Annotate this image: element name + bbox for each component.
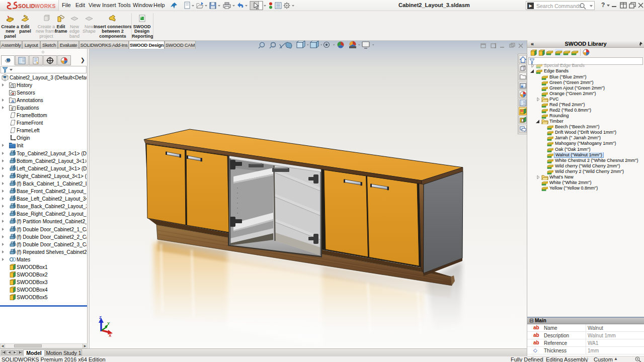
svg-text:Σ: Σ [11, 106, 14, 111]
svg-text:Z: Z [99, 315, 102, 320]
svg-text:SOLID: SOLID [18, 3, 35, 9]
svg-text:WORKS: WORKS [35, 3, 55, 9]
svg-text:X: X [109, 333, 112, 338]
svg-text:A: A [11, 99, 15, 104]
svg-text:Y: Y [107, 321, 110, 326]
